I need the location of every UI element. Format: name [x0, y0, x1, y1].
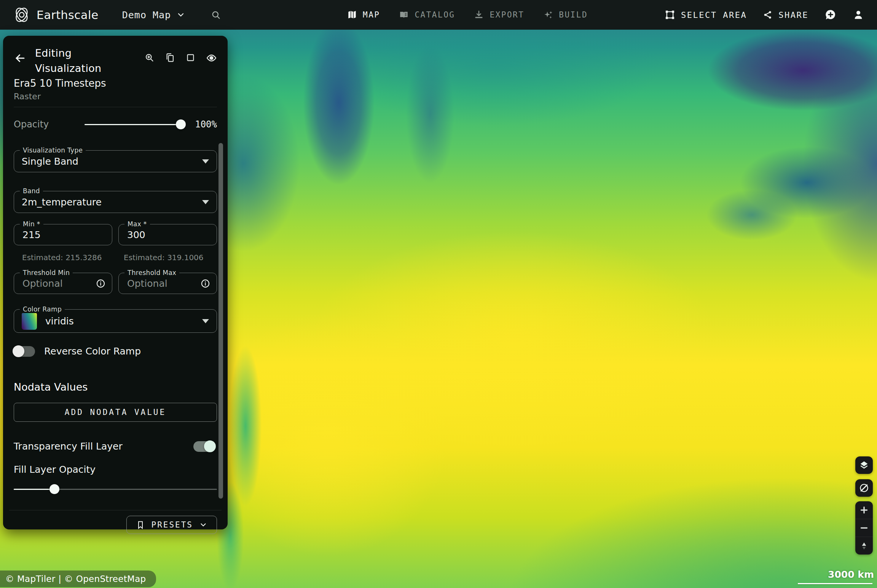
max-label: Max *	[124, 220, 150, 228]
nav-map[interactable]: MAP	[347, 10, 380, 20]
feedback-button[interactable]	[824, 9, 837, 21]
nav-catalog[interactable]: CATALOG	[399, 10, 455, 20]
map-selector-label: Demo Map	[122, 10, 171, 21]
max-field[interactable]: Max *	[118, 224, 217, 245]
nav-build[interactable]: BUILD	[543, 10, 588, 20]
scale-label: 3000 km	[798, 569, 874, 580]
zoom-in-button[interactable]	[855, 501, 873, 519]
panel-title-line2: Visualization	[35, 61, 101, 76]
layers-icon	[859, 460, 869, 470]
share-label: SHARE	[778, 10, 808, 20]
dropdown-caret-icon	[202, 159, 209, 164]
extent-button[interactable]	[185, 52, 196, 64]
nav-export[interactable]: EXPORT	[474, 10, 524, 20]
transparency-fill-layer-toggle[interactable]	[193, 441, 215, 452]
presets-label: PRESETS	[151, 520, 193, 529]
globe-off-button[interactable]	[855, 479, 873, 497]
color-ramp-value: viridis	[45, 316, 74, 327]
divider	[9, 510, 222, 510]
chevron-down-icon	[176, 10, 185, 19]
search-button[interactable]	[210, 10, 221, 20]
copy-button[interactable]	[165, 52, 175, 64]
max-input[interactable]	[126, 229, 209, 241]
add-nodata-value-button[interactable]: ADD NODATA VALUE	[14, 403, 217, 422]
map-attribution[interactable]: © MapTiler | © OpenStreetMap	[0, 571, 156, 587]
nav-catalog-label: CATALOG	[415, 10, 455, 19]
visualization-type-label: Visualization Type	[20, 146, 86, 154]
visualization-type-select[interactable]: Visualization Type Single Band	[14, 150, 217, 172]
threshold-min-label: Threshold Min	[20, 269, 73, 277]
min-max-row: Min * Max *	[14, 224, 217, 245]
fill-layer-opacity-label: Fill Layer Opacity	[14, 464, 217, 475]
threshold-min-info-button[interactable]	[96, 278, 106, 289]
divider	[14, 107, 217, 107]
min-input[interactable]	[22, 229, 104, 241]
threshold-max-info-button[interactable]	[200, 278, 210, 289]
zoom-to-layer-button[interactable]	[144, 52, 155, 64]
presets-button[interactable]: PRESETS	[126, 516, 217, 534]
chevron-down-icon	[199, 521, 207, 529]
select-area-button[interactable]: SELECT AREA	[665, 10, 747, 20]
opacity-slider-knob[interactable]	[176, 119, 186, 129]
back-button[interactable]	[14, 52, 27, 65]
download-icon	[474, 10, 484, 20]
min-label: Min *	[20, 220, 43, 228]
color-ramp-swatch	[22, 312, 37, 330]
zoom-out-button[interactable]	[855, 519, 873, 537]
threshold-max-input[interactable]	[126, 278, 209, 289]
estimated-row: Estimated: 215.3286 Estimated: 319.1006	[14, 253, 217, 262]
select-area-icon	[665, 10, 675, 20]
threshold-max-label: Threshold Max	[124, 269, 179, 277]
square-icon	[185, 52, 196, 63]
book-icon	[399, 10, 409, 20]
minus-icon	[859, 523, 869, 533]
share-button[interactable]: SHARE	[763, 10, 808, 20]
editing-visualization-panel: Editing Visualization	[3, 36, 228, 529]
threshold-max-field[interactable]: Threshold Max	[118, 273, 217, 294]
brand-name: Earthscale	[37, 8, 99, 22]
plus-icon	[859, 505, 869, 515]
zoom-controls	[855, 501, 873, 555]
zoom-in-icon	[144, 52, 155, 63]
primary-nav: MAP CATALOG EXPORT	[347, 0, 588, 30]
info-icon	[200, 278, 210, 289]
visibility-button[interactable]	[206, 52, 217, 64]
search-icon	[210, 10, 221, 20]
fill-layer-opacity-slider[interactable]	[14, 484, 217, 494]
slider-fill	[14, 489, 54, 490]
transparency-fill-layer-row: Transparency Fill Layer	[14, 441, 217, 452]
sparkles-icon	[543, 10, 553, 20]
reverse-color-ramp-row: Reverse Color Ramp	[14, 346, 217, 357]
threshold-min-input[interactable]	[22, 278, 104, 289]
nav-export-label: EXPORT	[490, 10, 524, 19]
globe-off-icon	[859, 483, 869, 493]
layers-control	[855, 456, 873, 474]
copy-icon	[165, 52, 175, 63]
color-ramp-select[interactable]: Color Ramp viridis	[14, 309, 217, 333]
slider-knob[interactable]	[49, 484, 59, 494]
nav-map-label: MAP	[363, 10, 380, 19]
panel-header-icons	[144, 52, 217, 64]
earthscale-logo-icon	[13, 6, 30, 24]
account-button[interactable]	[853, 9, 864, 21]
nodata-values-heading: Nodata Values	[14, 381, 217, 393]
opacity-row: Opacity 100%	[14, 114, 217, 135]
dropdown-caret-icon	[202, 200, 209, 204]
tilt-button[interactable]	[855, 537, 873, 555]
threshold-min-field[interactable]: Threshold Min	[14, 273, 112, 294]
opacity-slider[interactable]	[85, 119, 185, 129]
panel-title: Editing Visualization	[35, 46, 101, 76]
opacity-slider-fill	[85, 124, 185, 125]
visualization-type-value: Single Band	[22, 156, 78, 167]
arrow-left-icon	[14, 52, 27, 65]
band-select[interactable]: Band 2m_temperature	[14, 191, 217, 213]
band-value: 2m_temperature	[22, 197, 102, 208]
panel-scrollbar[interactable]	[218, 143, 223, 499]
reverse-color-ramp-toggle[interactable]	[14, 346, 35, 357]
min-field[interactable]: Min *	[14, 224, 112, 245]
layers-button[interactable]	[855, 456, 873, 474]
panel-footer: PRESETS	[14, 516, 217, 534]
transparency-fill-layer-label: Transparency Fill Layer	[14, 441, 123, 452]
max-estimated: Estimated: 319.1006	[115, 253, 217, 262]
map-selector[interactable]: Demo Map	[122, 10, 185, 21]
